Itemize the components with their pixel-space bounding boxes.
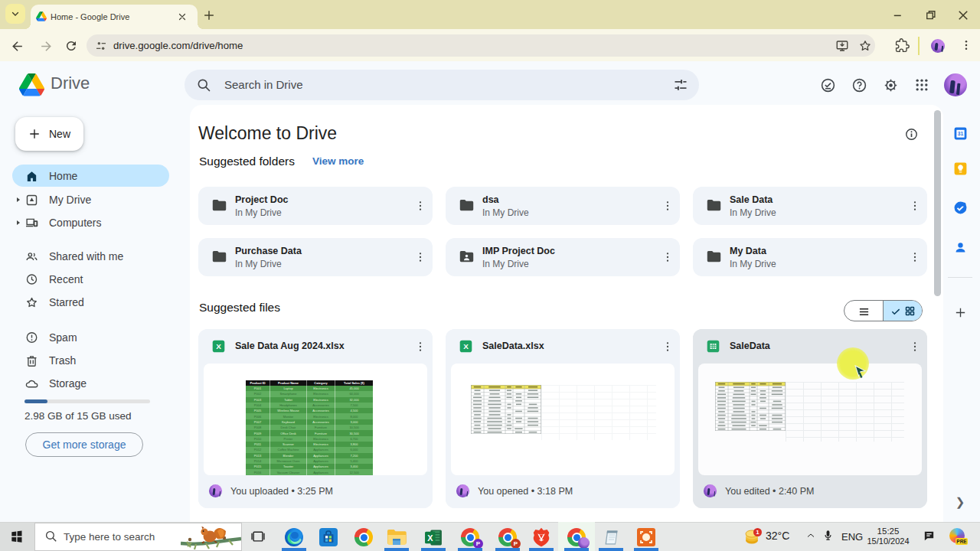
svg-text:1: 1 bbox=[756, 529, 760, 536]
svg-text:X: X bbox=[216, 342, 221, 350]
svg-text:X: X bbox=[427, 533, 433, 543]
svg-text:X: X bbox=[463, 342, 469, 350]
svg-text:31: 31 bbox=[957, 131, 963, 136]
